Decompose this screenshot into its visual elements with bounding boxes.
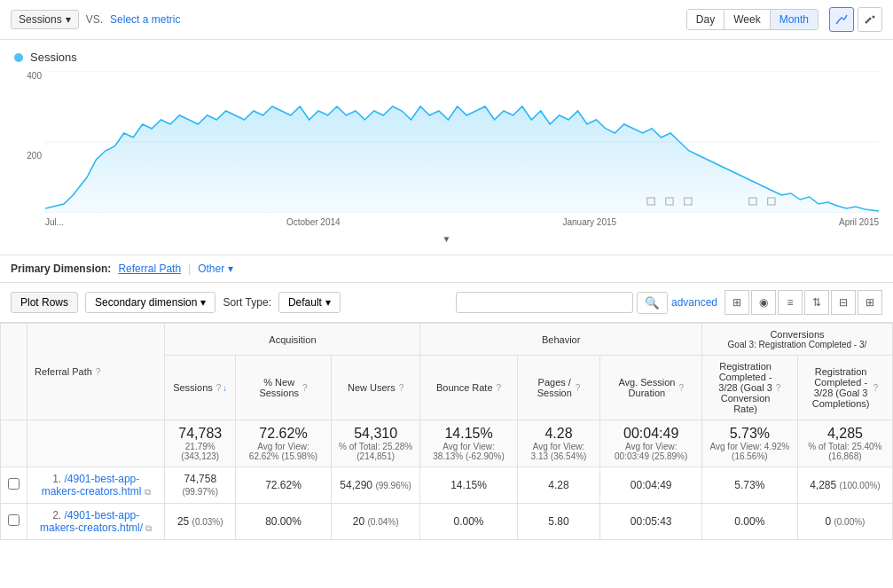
chart-xaxis: Jul... October 2014 January 2015 April 2…	[45, 213, 879, 231]
row-sessions-0: 74,758 (99.97%)	[165, 467, 236, 504]
chart-scroll-indicator: ▼	[14, 234, 879, 244]
toolbar: Plot Rows Secondary dimension ▾ Sort Typ…	[0, 283, 893, 323]
row-checkbox-0[interactable]	[1, 467, 27, 504]
scatter-chart-icon[interactable]	[858, 7, 882, 32]
conversions-header-label: Conversions	[770, 329, 824, 340]
pie-view-btn[interactable]: ◉	[751, 290, 776, 315]
select-metric-link[interactable]: Select a metric	[110, 13, 180, 26]
other-dimension-link[interactable]: Other ▾	[198, 263, 232, 275]
row-conv-comp-1: 0 (0.00%)	[797, 504, 892, 540]
sort-type-label: Sort Type:	[223, 296, 270, 309]
sessions-help-icon[interactable]: ?	[216, 383, 222, 393]
search-button[interactable]: 🔍	[637, 292, 668, 314]
sort-type-select[interactable]: Default ▾	[278, 292, 341, 313]
chart-area: 400 200	[14, 71, 879, 231]
dropdown-arrow: ▾	[66, 13, 71, 26]
referral-path-th: Referral Path ?	[27, 324, 165, 420]
sessions-metric-select[interactable]: Sessions ▾	[11, 10, 79, 29]
x-label-jul: Jul...	[45, 217, 64, 227]
dimension-bar: Primary Dimension: Referral Path | Other…	[0, 255, 893, 283]
bounce-rate-col-header: Bounce Rate ?	[420, 356, 517, 420]
week-button[interactable]: Week	[725, 10, 770, 29]
referral-path-link[interactable]: Referral Path	[118, 263, 181, 275]
total-bounce-rate: 14.15% Avg for View: 38.13% (-62.90%)	[420, 420, 517, 467]
svg-point-3	[867, 20, 870, 22]
row-sessions-1: 25 (0.03%)	[165, 504, 236, 540]
table-row: 2. /4901-best-app-makers-creators.html/ …	[1, 504, 893, 540]
chart-yaxis: 400 200	[14, 71, 45, 231]
sort-arrow: ▾	[325, 296, 331, 309]
acquisition-group-header: Acquisition	[165, 324, 420, 356]
total-checkbox	[1, 420, 27, 467]
primary-dimension-label: Primary Dimension:	[11, 263, 111, 275]
y-label-200: 200	[14, 151, 45, 161]
search-input[interactable]	[456, 292, 633, 313]
new-users-label: New Users	[348, 382, 396, 393]
svg-point-2	[873, 16, 875, 19]
select-all-checkbox-th	[1, 324, 27, 420]
sessions-line-chart[interactable]	[45, 71, 879, 213]
bar-view-btn[interactable]: ≡	[778, 290, 803, 315]
row-avg-dur-1: 00:05:43	[600, 504, 702, 540]
other-dropdown-arrow: ▾	[228, 263, 233, 275]
pages-session-label: Pages /Session	[537, 377, 572, 398]
total-conv-comp: 4,285 % of Total: 25.40% (16,868)	[797, 420, 892, 467]
pivot-view-btn[interactable]: ⊟	[831, 290, 856, 315]
secondary-dimension-button[interactable]: Secondary dimension ▾	[85, 292, 215, 313]
conv-comp-col-header: RegistrationCompleted -3/28 (Goal 3Compl…	[797, 356, 892, 420]
avg-duration-help-icon[interactable]: ?	[678, 383, 684, 393]
x-label-apr: April 2015	[839, 217, 879, 227]
row-checkbox-1[interactable]	[1, 504, 27, 540]
view-icons	[829, 7, 882, 32]
pages-session-help-icon[interactable]: ?	[576, 383, 581, 393]
total-new-users: 54,310 % of Total: 25.28% (214,851)	[331, 420, 420, 467]
advanced-link[interactable]: advanced	[671, 296, 717, 309]
sessions-col-header: Sessions ? ↓	[165, 356, 236, 420]
new-users-help-icon[interactable]: ?	[399, 383, 404, 393]
conv-rate-help-icon[interactable]: ?	[776, 383, 781, 393]
conv-rate-col-header: RegistrationCompleted -3/28 (Goal 3Conve…	[701, 356, 797, 420]
total-avg-duration: 00:04:49 Avg for View: 00:03:49 (25.89%)	[600, 420, 702, 467]
x-label-oct: October 2014	[286, 217, 341, 227]
month-button[interactable]: Month	[771, 10, 818, 29]
scroll-down-btn[interactable]: ▼	[443, 234, 451, 244]
referral-path-header: Referral Path	[35, 366, 92, 377]
pct-new-sessions-col-header: % NewSessions ?	[236, 356, 332, 420]
compare-view-btn[interactable]: ⇅	[804, 290, 829, 315]
row-conv-comp-0: 4,285 (100.00%)	[797, 467, 892, 504]
external-link-icon-1: ⧉	[145, 523, 152, 533]
total-conv-rate: 5.73% Avg for View: 4.92% (16.56%)	[701, 420, 797, 467]
other-label: Other	[198, 263, 224, 275]
day-button[interactable]: Day	[687, 10, 725, 29]
row-new-users-0: 54,290 (99.96%)	[331, 467, 420, 504]
grid-view-btn[interactable]: ⊞	[725, 290, 749, 315]
pct-new-sessions-help-icon[interactable]: ?	[302, 383, 308, 393]
vs-label: VS.	[86, 13, 103, 26]
row-pages-1: 5.80	[517, 504, 600, 540]
period-group: Day Week Month	[686, 9, 819, 30]
plot-rows-button[interactable]: Plot Rows	[11, 292, 78, 313]
sessions-col-label: Sessions	[173, 382, 213, 393]
sessions-sort-icon[interactable]: ↓	[223, 383, 227, 393]
row-num-0: 1.	[52, 473, 61, 485]
table-row: 1. /4901-best-app-makers-creators.html ⧉…	[1, 467, 893, 504]
search-area: 🔍 advanced	[456, 292, 717, 314]
top-left-controls: Sessions ▾ VS. Select a metric	[11, 10, 180, 29]
chart-legend-label: Sessions	[30, 51, 77, 64]
secondary-dim-arrow: ▾	[200, 296, 206, 309]
bounce-rate-help-icon[interactable]: ?	[497, 383, 502, 393]
bounce-rate-label: Bounce Rate	[436, 382, 493, 393]
conversions-sub-header: Goal 3: Registration Completed - 3/	[709, 340, 885, 349]
total-row: 74,783 21.79% (343,123) 72.62% Avg for V…	[1, 420, 893, 467]
row-pct-new-0: 72.62%	[236, 467, 332, 504]
line-chart-icon[interactable]	[829, 7, 854, 32]
referral-path-help-icon[interactable]: ?	[96, 367, 101, 377]
conv-comp-help-icon[interactable]: ?	[873, 383, 879, 393]
row-new-users-1: 20 (0.04%)	[331, 504, 420, 540]
top-right-controls: Day Week Month	[686, 7, 882, 32]
pct-new-sessions-label: % NewSessions	[259, 377, 299, 398]
row-bounce-rate-1: 0.00%	[420, 504, 517, 540]
row-num-1: 2.	[52, 509, 61, 521]
chart-plot	[45, 71, 879, 213]
custom-view-btn[interactable]: ⊞	[858, 290, 882, 315]
